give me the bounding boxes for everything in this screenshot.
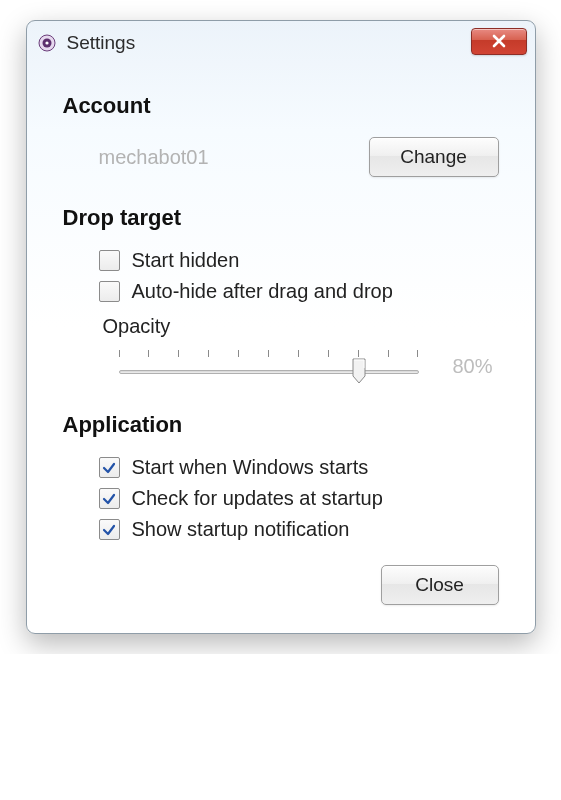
slider-track [119, 370, 419, 374]
opacity-slider[interactable] [119, 346, 419, 386]
change-button[interactable]: Change [369, 137, 499, 177]
account-username: mechabot01 [99, 146, 369, 169]
auto-hide-checkbox[interactable] [99, 281, 120, 302]
opacity-block: Opacity 80% [63, 315, 499, 386]
start-with-windows-label: Start when Windows starts [132, 456, 369, 479]
drop-target-heading: Drop target [63, 205, 499, 231]
application-heading: Application [63, 412, 499, 438]
check-updates-checkbox[interactable] [99, 488, 120, 509]
footer: Close [63, 565, 499, 605]
start-hidden-checkbox[interactable] [99, 250, 120, 271]
start-with-windows-checkbox[interactable] [99, 457, 120, 478]
check-updates-label: Check for updates at startup [132, 487, 383, 510]
titlebar: Settings [27, 21, 535, 61]
svg-point-2 [45, 41, 48, 44]
start-with-windows-row: Start when Windows starts [63, 456, 499, 479]
auto-hide-label: Auto-hide after drag and drop [132, 280, 393, 303]
close-icon [491, 34, 507, 48]
account-heading: Account [63, 93, 499, 119]
slider-thumb[interactable] [352, 358, 366, 384]
content-area: Account mechabot01 Change Drop target St… [27, 61, 535, 633]
opacity-value: 80% [453, 355, 493, 378]
show-notification-checkbox[interactable] [99, 519, 120, 540]
window-close-button[interactable] [471, 28, 527, 55]
opacity-label: Opacity [99, 315, 499, 338]
account-row: mechabot01 Change [63, 137, 499, 177]
window-title: Settings [67, 32, 136, 54]
auto-hide-row: Auto-hide after drag and drop [63, 280, 499, 303]
show-notification-label: Show startup notification [132, 518, 350, 541]
slider-ticks [119, 350, 419, 358]
check-updates-row: Check for updates at startup [63, 487, 499, 510]
start-hidden-label: Start hidden [132, 249, 240, 272]
close-button[interactable]: Close [381, 565, 499, 605]
show-notification-row: Show startup notification [63, 518, 499, 541]
start-hidden-row: Start hidden [63, 249, 499, 272]
app-icon [37, 33, 57, 53]
settings-window: Settings Account mechabot01 Change Drop … [26, 20, 536, 634]
